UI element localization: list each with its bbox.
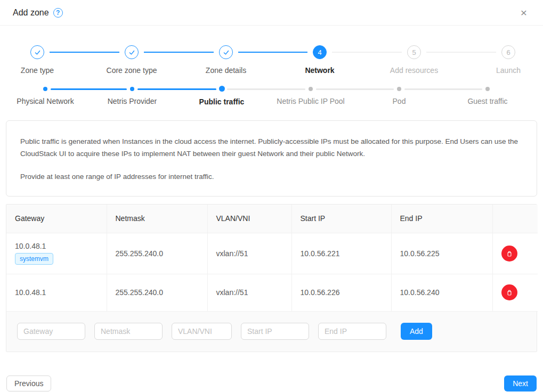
column-header-actions <box>492 205 538 233</box>
column-header-start-ip: Start IP <box>291 205 391 233</box>
add-range-form: Add <box>6 312 537 352</box>
public-traffic-info: Public traffic is generated when Instanc… <box>6 120 537 197</box>
column-header-end-ip: End IP <box>391 205 492 233</box>
trash-icon <box>506 289 513 296</box>
check-icon <box>30 45 44 59</box>
step-label: Network <box>277 66 362 75</box>
step-dot <box>219 86 225 92</box>
step-dot <box>309 87 313 91</box>
ip-range-table: Gateway Netmask VLAN/VNI Start IP End IP… <box>6 205 538 312</box>
netmask-input[interactable] <box>94 323 163 340</box>
start-ip-cell: 10.0.56.221 <box>291 233 391 274</box>
vlan-cell: vxlan://51 <box>207 274 291 311</box>
vlan-cell: vxlan://51 <box>207 233 291 274</box>
substep-label: Public traffic <box>176 97 267 106</box>
step-dot <box>130 87 134 91</box>
substep-label: Netris Provider <box>87 97 177 105</box>
step-network: 4 Network <box>277 45 362 75</box>
substep-physical-network: Physical Network <box>0 86 91 105</box>
info-paragraph: Provide at least one range of IP address… <box>20 170 523 183</box>
substep-public-traffic: Public traffic <box>176 86 267 106</box>
modal-header: Add zone ? × <box>0 0 543 26</box>
step-dot <box>485 87 490 91</box>
netmask-cell: 255.255.240.0 <box>107 274 207 311</box>
actions-cell <box>492 233 538 274</box>
step-label: Add resources <box>371 66 457 75</box>
step-launch: 6 Launch <box>466 45 543 75</box>
start-ip-cell: 10.0.56.226 <box>291 274 391 311</box>
column-header-vlan: VLAN/VNI <box>207 205 291 233</box>
info-paragraph: Public traffic is generated when Instanc… <box>20 135 523 160</box>
substep-netris-provider: Netris Provider <box>87 86 177 105</box>
delete-row-button[interactable] <box>501 284 517 300</box>
vlan-input[interactable] <box>172 323 232 340</box>
previous-button[interactable]: Previous <box>6 375 51 391</box>
step-add-resources: 5 Add resources <box>371 45 457 75</box>
check-icon <box>125 45 139 59</box>
page-title: Add zone <box>13 8 49 18</box>
step-zone-details: Zone details <box>183 45 269 75</box>
check-icon <box>219 45 233 59</box>
end-ip-cell: 10.0.56.225 <box>391 233 492 274</box>
step-number: 5 <box>407 45 421 59</box>
gateway-cell: 10.0.48.1 systemvm <box>6 233 107 274</box>
step-zone-type: Zone type <box>0 45 80 75</box>
delete-row-button[interactable] <box>501 246 517 262</box>
step-dot <box>397 87 401 91</box>
column-header-netmask: Netmask <box>107 205 207 233</box>
step-label: Zone details <box>183 66 269 75</box>
gateway-input[interactable] <box>17 323 85 340</box>
network-substepper: Physical Network Netris Provider Public … <box>0 86 543 109</box>
step-label: Zone type <box>0 66 80 75</box>
step-label: Launch <box>466 66 543 75</box>
substep-label: Physical Network <box>0 97 91 105</box>
wizard-stepper: Zone type Core zone type Zone details 4 … <box>0 45 543 76</box>
step-dot <box>43 87 47 91</box>
end-ip-cell: 10.0.56.240 <box>391 274 492 311</box>
trash-icon <box>506 250 513 257</box>
netmask-cell: 255.255.240.0 <box>107 233 207 274</box>
close-icon[interactable]: × <box>517 7 530 18</box>
help-icon[interactable]: ? <box>53 8 63 18</box>
substep-label: Netris Public IP Pool <box>265 97 356 105</box>
table-row: 10.0.48.1 systemvm 255.255.240.0 vxlan:/… <box>6 233 538 274</box>
step-number: 4 <box>313 45 327 59</box>
substep-guest-traffic: Guest traffic <box>442 86 533 105</box>
actions-cell <box>492 274 538 311</box>
next-button[interactable]: Next <box>504 375 537 391</box>
step-core-zone-type: Core zone type <box>89 45 174 75</box>
step-number: 6 <box>501 45 515 59</box>
gateway-cell: 10.0.48.1 <box>6 274 107 311</box>
table-row: 10.0.48.1 255.255.240.0 vxlan://51 10.0.… <box>6 274 538 311</box>
substep-label: Guest traffic <box>442 97 533 105</box>
end-ip-input[interactable] <box>318 323 386 340</box>
wizard-footer: Previous Next <box>6 375 537 391</box>
add-button[interactable]: Add <box>401 323 432 340</box>
column-header-gateway: Gateway <box>6 205 107 233</box>
start-ip-input[interactable] <box>241 323 309 340</box>
substep-pod: Pod <box>354 86 444 105</box>
substep-label: Pod <box>354 97 444 105</box>
step-label: Core zone type <box>89 66 174 75</box>
ip-range-panel: Gateway Netmask VLAN/VNI Start IP End IP… <box>6 204 537 352</box>
table-header-row: Gateway Netmask VLAN/VNI Start IP End IP <box>6 205 538 233</box>
gateway-value: 10.0.48.1 <box>15 242 98 250</box>
systemvm-tag: systemvm <box>15 253 53 265</box>
substep-netris-public-ip-pool: Netris Public IP Pool <box>265 86 356 105</box>
